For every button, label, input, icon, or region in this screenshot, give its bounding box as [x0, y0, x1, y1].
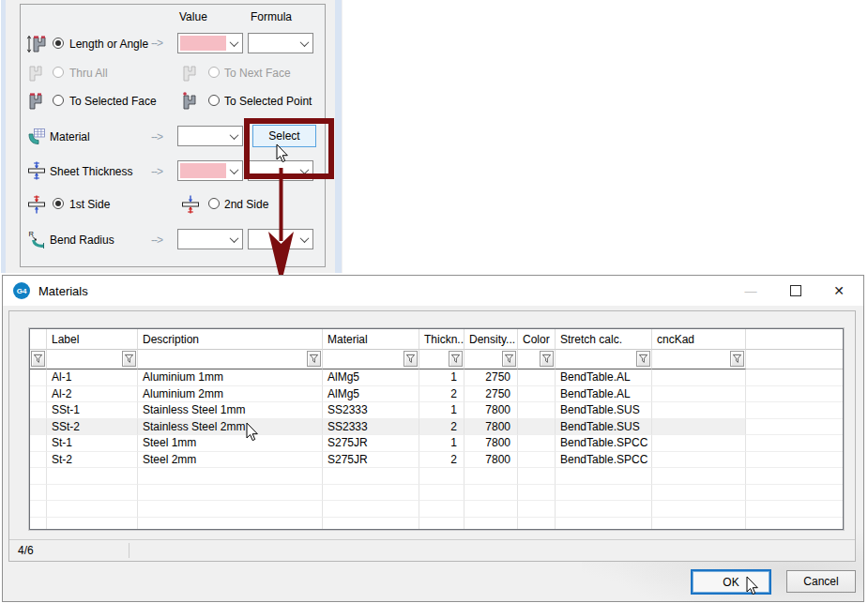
second-side-icon	[180, 194, 201, 215]
to-selected-face-label: To Selected Face	[69, 95, 157, 108]
second-side-radio[interactable]	[208, 198, 220, 209]
table-row[interactable]: St-2Steel 2mmS275JR27800BendTable.SPCC	[30, 452, 843, 469]
table-cell	[518, 369, 556, 386]
table-row[interactable]: Al-2Aluminium 2mmAlMg522750BendTable.AL	[30, 386, 843, 403]
table-cell	[556, 485, 652, 502]
table-cell	[518, 419, 556, 436]
table-cell	[419, 501, 464, 518]
filter-cell-cnckad[interactable]	[652, 350, 746, 369]
table-cell: SS2333	[323, 402, 419, 419]
table-cell	[419, 518, 464, 531]
filter-cell[interactable]	[30, 350, 47, 369]
to-selected-point-icon	[180, 91, 201, 112]
column-header-material[interactable]: Material	[323, 329, 419, 350]
table-cell	[518, 518, 556, 531]
ok-button[interactable]: OK	[691, 569, 771, 595]
length-formula-combobox[interactable]	[248, 33, 313, 53]
length-value-combobox[interactable]	[177, 33, 243, 53]
close-button[interactable]: ✕	[826, 280, 852, 301]
filter-funnel-icon[interactable]	[449, 351, 463, 367]
column-header-cnckad[interactable]: cncKad	[652, 329, 746, 350]
table-row[interactable]: SSt-2Stainless Steel 2mmSS233327800BendT…	[30, 419, 843, 436]
bend-radius-icon: R	[26, 229, 47, 249]
table-cell	[518, 501, 556, 518]
table-cell	[652, 369, 746, 386]
filter-funnel-icon[interactable]	[31, 351, 45, 367]
table-cell	[138, 518, 323, 531]
cancel-button[interactable]: Cancel	[786, 570, 856, 593]
table-empty-row	[30, 468, 843, 485]
table-cell	[138, 501, 323, 518]
length-or-angle-radio[interactable]	[53, 38, 64, 49]
filter-cell-description[interactable]	[138, 350, 323, 369]
table-cell	[746, 518, 843, 531]
table-cell	[652, 518, 746, 531]
to-selected-point-label: To Selected Point	[224, 95, 312, 108]
sheet-thickness-value-combobox[interactable]	[177, 160, 243, 181]
column-header-thickn[interactable]: Thickn...	[419, 329, 464, 350]
thru-all-radio	[53, 67, 64, 78]
filter-funnel-icon[interactable]	[502, 351, 516, 367]
first-side-radio[interactable]	[53, 198, 64, 209]
statusbar-divider	[129, 543, 129, 558]
filter-cell-stretch-calc[interactable]	[556, 350, 652, 369]
table-row[interactable]: SSt-1Stainless Steel 1mmSS233317800BendT…	[30, 402, 843, 419]
table-cell: St-1	[47, 435, 138, 452]
table-cell: Stainless Steel 1mm	[138, 402, 323, 419]
chevron-down-icon	[226, 127, 242, 145]
mouse-cursor	[746, 576, 759, 595]
table-cell: S275JR	[323, 452, 419, 469]
record-count: 4/6	[18, 544, 34, 557]
table-cell	[464, 518, 518, 531]
chevron-down-icon	[297, 34, 312, 53]
to-selected-face-radio[interactable]	[53, 95, 64, 106]
table-cell: 2750	[464, 386, 518, 403]
filter-cell-color[interactable]	[518, 350, 556, 369]
table-cell	[47, 485, 138, 502]
row-indicator-cell	[30, 452, 47, 469]
maps-to-arrow: -->	[151, 37, 162, 50]
materials-dialog: G4 Materials — ✕ LabelDescriptionMateria…	[2, 275, 864, 602]
maps-to-arrow: -->	[151, 130, 162, 143]
to-selected-face-icon	[26, 91, 47, 112]
filter-funnel-icon[interactable]	[122, 351, 136, 367]
table-cell	[746, 435, 843, 452]
table-row[interactable]: Al-1Aluminium 1mmAlMg512750BendTable.AL	[30, 369, 843, 386]
length-or-angle-icon	[26, 34, 47, 54]
to-selected-point-radio[interactable]	[208, 95, 220, 106]
column-header-blank	[746, 329, 843, 350]
table-cell	[30, 468, 47, 485]
column-header-label[interactable]: Label	[47, 329, 138, 350]
thru-all-icon	[26, 63, 47, 83]
bend-radius-value-combobox[interactable]	[177, 229, 243, 249]
filter-cell-thickn[interactable]	[419, 350, 464, 369]
minimize-button[interactable]: —	[738, 280, 764, 301]
column-header-density[interactable]: Density...	[464, 329, 518, 350]
column-header-description[interactable]: Description	[138, 329, 323, 350]
thru-all-label: Thru All	[69, 67, 108, 80]
length-or-angle-label: Length or Angle	[69, 38, 148, 51]
table-cell	[652, 402, 746, 419]
maximize-button[interactable]	[783, 280, 809, 301]
table-cell: Aluminium 2mm	[138, 386, 323, 403]
table-cell: Aluminium 1mm	[138, 369, 323, 386]
filter-funnel-icon[interactable]	[730, 351, 744, 367]
maps-to-arrow: -->	[151, 165, 162, 178]
column-header-stretch-calc[interactable]: Stretch calc.	[556, 329, 652, 350]
filter-cell-density[interactable]	[464, 350, 518, 369]
table-empty-row	[30, 518, 843, 531]
filter-cell[interactable]	[746, 350, 843, 369]
filter-funnel-icon[interactable]	[307, 351, 321, 367]
dialog-titlebar[interactable]: G4 Materials	[3, 276, 863, 306]
filter-cell-label[interactable]	[47, 350, 138, 369]
table-cell	[323, 468, 419, 485]
table-row[interactable]: St-1Steel 1mmS275JR17800BendTable.SPCC	[30, 435, 843, 452]
material-combobox[interactable]	[177, 126, 243, 146]
column-header-color[interactable]: Color	[518, 329, 556, 350]
filter-funnel-icon[interactable]	[540, 351, 554, 367]
filter-funnel-icon[interactable]	[636, 351, 650, 367]
filter-cell-material[interactable]	[323, 350, 419, 369]
maps-to-arrow: -->	[151, 234, 162, 247]
table-cell	[323, 518, 419, 531]
filter-funnel-icon[interactable]	[404, 351, 418, 367]
